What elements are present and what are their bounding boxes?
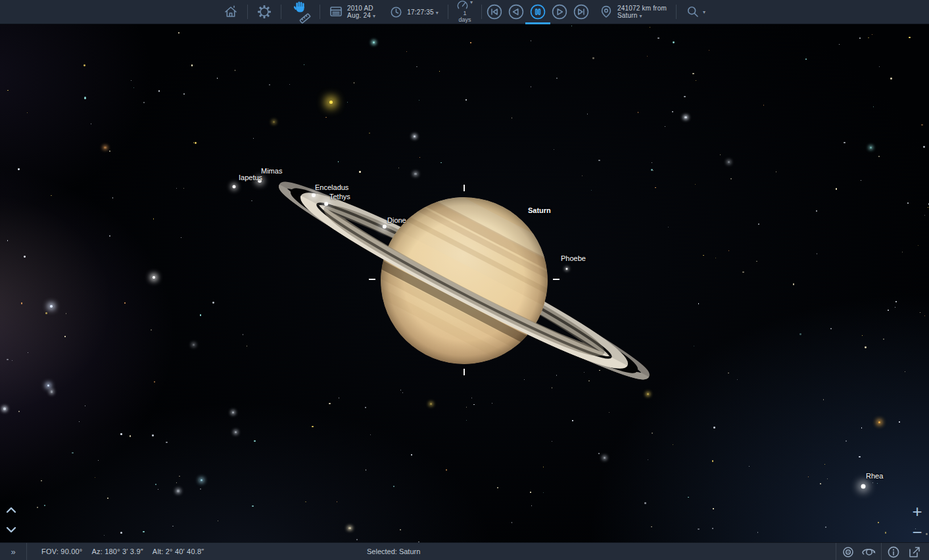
toolbar-divider <box>281 5 281 19</box>
expand-panel-button[interactable]: » <box>0 543 26 560</box>
chevron-down-icon: ▾ <box>640 13 642 19</box>
toolbar-divider <box>481 5 482 19</box>
selected-object-readout: Selected: Saturn <box>367 543 420 560</box>
center-on-object-button[interactable] <box>839 543 857 560</box>
pan-hand-icon[interactable] <box>294 1 307 13</box>
pan-down-button[interactable] <box>4 525 18 535</box>
status-bar: » FOV: 90.00° Az: 180° 3′ 3.9″ Alt: 2° 4… <box>0 542 929 560</box>
step-back-button[interactable] <box>506 0 527 24</box>
chevron-down-icon <box>6 526 16 533</box>
moon-dot[interactable] <box>233 185 236 189</box>
location-pin-icon <box>600 5 613 19</box>
toolbar-divider <box>320 5 320 19</box>
chevron-up-icon <box>6 507 16 513</box>
skip-back-icon <box>487 4 502 20</box>
sky-view[interactable]: MimasIapetusEnceladusTethysDioneSaturnPh… <box>0 24 929 542</box>
date-day: Aug. 24▾ <box>347 12 375 20</box>
home-icon <box>224 5 238 19</box>
orbit-mode-button[interactable] <box>860 543 878 560</box>
time-display: 17:27:35▾ <box>407 9 439 16</box>
object-labels-layer: MimasIapetusEnceladusTethysDioneSaturnPh… <box>0 24 929 542</box>
tool-selector <box>283 0 318 24</box>
info-icon <box>887 546 900 559</box>
pause-button[interactable] <box>527 0 549 24</box>
speed-value: 1 <box>463 11 466 16</box>
play-button[interactable] <box>549 0 571 24</box>
search-icon <box>686 5 700 19</box>
moon-dot[interactable] <box>861 484 866 489</box>
moon-dot[interactable] <box>324 202 328 206</box>
moon-dot[interactable] <box>312 193 316 197</box>
object-label[interactable]: Saturn <box>528 207 551 214</box>
view-coordinates: FOV: 90.00° Az: 180° 3′ 3.9″ Alt: 2° 40′… <box>27 548 204 555</box>
chevron-down-icon: ▾ <box>436 10 439 16</box>
observer-location: 241072 km from Saturn▾ <box>617 5 667 20</box>
chevron-down-icon: ▾ <box>470 0 473 5</box>
object-label[interactable]: Rhea <box>866 473 883 480</box>
moon-dot[interactable] <box>383 225 387 229</box>
pan-up-button[interactable] <box>4 505 18 515</box>
open-external-icon <box>908 546 921 559</box>
speed-unit: days <box>458 17 471 23</box>
location-distance: 241072 km from <box>617 5 667 12</box>
play-icon <box>552 4 567 20</box>
skip-forward-icon <box>573 4 589 20</box>
object-info-button[interactable] <box>884 543 903 560</box>
speed-gauge-icon <box>457 1 468 10</box>
toolbar-divider <box>247 5 248 19</box>
location-body: Saturn▾ <box>617 12 667 20</box>
zoom-out-button[interactable]: − <box>909 524 925 541</box>
object-label[interactable]: Enceladus <box>315 184 348 191</box>
target-icon <box>842 546 855 559</box>
date-era: 2010 AD <box>347 5 375 12</box>
statusbar-divider <box>836 543 836 560</box>
azimuth-readout: Az: 180° 3′ 3.9″ <box>91 548 143 555</box>
toolbar-divider <box>448 5 448 19</box>
object-label[interactable]: Iapetus <box>239 174 262 181</box>
chevron-down-icon: ▾ <box>703 9 705 15</box>
skip-back-button[interactable] <box>484 0 506 24</box>
object-label[interactable]: Mimas <box>261 168 282 175</box>
date-control[interactable]: 2010 AD Aug. 24▾ <box>322 0 383 24</box>
calendar-icon <box>329 5 343 18</box>
location-control[interactable]: 241072 km from Saturn▾ <box>592 0 674 24</box>
chevron-down-icon: ▾ <box>373 13 375 19</box>
zoom-in-button[interactable]: + <box>909 503 925 520</box>
object-label[interactable]: Dione <box>387 217 406 224</box>
search-button[interactable]: ▾ <box>679 0 713 24</box>
settings-button[interactable] <box>250 0 279 24</box>
orbit-icon <box>862 546 876 559</box>
statusbar-actions <box>836 543 924 560</box>
home-button[interactable] <box>216 0 245 24</box>
time-control[interactable]: 17:27:35▾ <box>383 0 446 24</box>
altitude-readout: Alt: 2° 40′ 40.8″ <box>153 548 204 555</box>
time-speed-control[interactable]: ▾ 1 days <box>450 0 479 24</box>
moon-dot[interactable] <box>566 268 568 270</box>
pause-icon <box>530 4 546 20</box>
clock-icon <box>390 6 402 18</box>
toolbar-divider <box>676 5 677 19</box>
step-back-icon <box>508 4 524 20</box>
gear-icon <box>257 5 272 19</box>
fov-readout: FOV: 90.00° <box>41 548 82 555</box>
object-label[interactable]: Tethys <box>329 193 350 200</box>
statusbar-divider <box>881 543 882 560</box>
top-toolbar: 2010 AD Aug. 24▾ 17:27:35▾ ▾ 1 days <box>0 0 929 24</box>
date-display: 2010 AD Aug. 24▾ <box>347 5 375 20</box>
open-external-button[interactable] <box>905 543 924 560</box>
skip-forward-button[interactable] <box>571 0 592 24</box>
ruler-icon[interactable] <box>298 13 312 24</box>
object-label[interactable]: Phoebe <box>561 255 586 262</box>
